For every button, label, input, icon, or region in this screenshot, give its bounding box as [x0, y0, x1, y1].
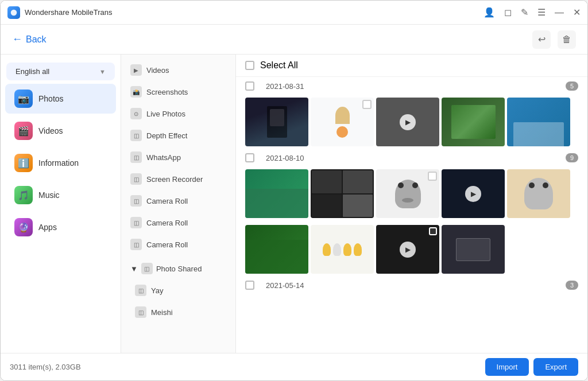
yay-label: Yay [151, 286, 163, 295]
play-icon[interactable]: ▶ [400, 114, 416, 130]
photo-cell[interactable] [442, 98, 505, 146]
sidebar-item-photos[interactable]: 📷 Photos [5, 84, 116, 114]
back-button[interactable]: ← Back [12, 33, 47, 45]
live-photos-label: Live Photos [146, 110, 185, 118]
language-label: English all [16, 67, 49, 76]
middle-panel: ▶ Videos 📸 Screenshots ⊙ Live Photos ◫ D… [121, 55, 236, 353]
whatsapp-icon: ◫ [130, 151, 142, 163]
date-2-badge: 9 [566, 153, 578, 162]
close-icon[interactable]: ✕ [573, 7, 581, 18]
videos-label: Videos [38, 126, 63, 135]
select-all-label: Select All [260, 60, 298, 71]
date-2-checkbox[interactable] [245, 153, 254, 162]
delete-button[interactable]: 🗑 [558, 30, 576, 49]
mid-item-yay[interactable]: ◫ Yay [126, 279, 235, 301]
photos-label: Photos [38, 94, 64, 103]
photo-cell[interactable] [311, 225, 374, 274]
mid-item-whatsapp[interactable]: ◫ WhatsApp [121, 146, 235, 168]
date-3-badge: 3 [566, 281, 578, 290]
mid-item-camera-roll-3[interactable]: ◫ Camera Roll [121, 234, 235, 255]
apps-label: Apps [38, 223, 57, 232]
sidebar-item-apps[interactable]: 🔮 Apps [5, 212, 116, 242]
photo-cell[interactable] [376, 169, 439, 218]
date-header-2: 2021-08-10 9 [245, 149, 578, 167]
main-content: English all ▼ 📷 Photos 🎬 Videos ℹ️ Infor… [1, 55, 587, 353]
videos-mid-icon: ▶ [130, 64, 142, 76]
date-header-1: 2021-08-31 5 [245, 77, 578, 95]
sidebar-item-music[interactable]: 🎵 Music [5, 180, 116, 210]
camera-roll-3-icon: ◫ [130, 239, 142, 250]
screenshots-icon: 📸 [130, 86, 142, 98]
photo-select-checkbox[interactable] [362, 100, 372, 109]
select-all-bar: Select All [236, 55, 587, 77]
music-icon: 🎵 [14, 186, 33, 204]
sidebar-item-information[interactable]: ℹ️ Information [5, 148, 116, 178]
date-group-2: 2021-08-10 9 [236, 149, 587, 276]
export-button[interactable]: Export [533, 358, 578, 376]
live-photos-icon: ⊙ [130, 108, 142, 119]
photo-cell[interactable] [442, 225, 505, 274]
back-arrow-icon: ← [12, 33, 22, 45]
photo-shared-chevron-icon: ▼ [130, 265, 138, 273]
language-dropdown[interactable]: English all ▼ [6, 63, 115, 80]
select-all-checkbox[interactable] [245, 61, 254, 70]
photo-cell[interactable] [245, 225, 308, 274]
screen-recorder-icon: ◫ [130, 173, 142, 185]
date-1-badge: 5 [566, 81, 578, 91]
date-1-checkbox[interactable] [245, 81, 254, 91]
date-3-text: 2021-05-14 [266, 281, 566, 290]
mid-item-meishi[interactable]: ◫ Meishi [126, 301, 235, 323]
mid-item-depth-effect[interactable]: ◫ Depth Effect [121, 125, 235, 146]
date-group-1: 2021-08-31 5 [236, 77, 587, 149]
sidebar-item-videos[interactable]: 🎬 Videos [5, 116, 116, 146]
photo-cell[interactable] [245, 98, 308, 146]
date-3-checkbox[interactable] [245, 281, 254, 290]
photo-cell[interactable]: ▶ [376, 225, 439, 274]
undo-button[interactable]: ↩ [532, 30, 551, 49]
profile-icon[interactable]: 👤 [483, 7, 495, 18]
yay-icon: ◫ [135, 285, 146, 296]
minimize-icon[interactable]: ― [555, 7, 564, 18]
videos-icon: 🎬 [14, 122, 33, 140]
mid-item-screenshots[interactable]: 📸 Screenshots [121, 81, 235, 103]
app-icon [7, 6, 20, 19]
screen-recorder-label: Screen Recorder [146, 175, 203, 184]
photo-cell[interactable] [311, 169, 374, 218]
mid-item-screen-recorder[interactable]: ◫ Screen Recorder [121, 168, 235, 190]
camera-roll-2-icon: ◫ [130, 217, 142, 228]
photo-cell[interactable] [507, 169, 570, 218]
photo-cell[interactable]: ▶ [442, 169, 505, 218]
bottom-bar: 3011 item(s), 2.03GB Import Export [1, 353, 587, 380]
menu-icon[interactable]: ☰ [537, 7, 546, 18]
information-label: Information [38, 158, 79, 168]
mid-item-videos[interactable]: ▶ Videos [121, 59, 235, 81]
mid-item-camera-roll-2[interactable]: ◫ Camera Roll [121, 212, 235, 234]
mid-item-camera-roll-1[interactable]: ◫ Camera Roll [121, 190, 235, 212]
photo-grid-2a: ▶ [245, 167, 578, 220]
titlebar: Wondershare MobileTrans 👤 ◻ ✎ ☰ ― ✕ [1, 1, 587, 25]
import-button[interactable]: Import [485, 358, 529, 376]
play-icon[interactable]: ▶ [465, 186, 481, 202]
photo-shared-header[interactable]: ▼ ◫ Photo Shared [121, 258, 235, 279]
music-label: Music [38, 190, 60, 200]
item-count-label: 3011 item(s), 2.03GB [10, 363, 485, 371]
photo-select-checkbox[interactable] [428, 172, 437, 181]
app-title: Wondershare MobileTrans [25, 8, 483, 17]
mid-item-live-photos[interactable]: ⊙ Live Photos [121, 103, 235, 125]
photo-cell[interactable]: ▶ [376, 98, 439, 146]
photo-shared-label: Photo Shared [156, 265, 202, 273]
play-icon[interactable]: ▶ [400, 242, 416, 258]
camera-roll-1-label: Camera Roll [146, 197, 188, 205]
edit-icon[interactable]: ✎ [521, 7, 528, 18]
photo-cell[interactable] [245, 169, 308, 218]
window-icon[interactable]: ◻ [504, 7, 512, 18]
app-window: Wondershare MobileTrans 👤 ◻ ✎ ☰ ― ✕ ← Ba… [0, 0, 588, 381]
videos-mid-label: Videos [146, 66, 169, 75]
apps-icon: 🔮 [14, 218, 33, 236]
photo-cell[interactable] [311, 98, 374, 146]
camera-roll-1-icon: ◫ [130, 195, 142, 207]
photo-cell[interactable] [507, 98, 570, 146]
screenshots-label: Screenshots [146, 88, 188, 96]
whatsapp-label: WhatsApp [146, 153, 181, 162]
date-header-3: 2021-05-14 3 [245, 276, 578, 294]
